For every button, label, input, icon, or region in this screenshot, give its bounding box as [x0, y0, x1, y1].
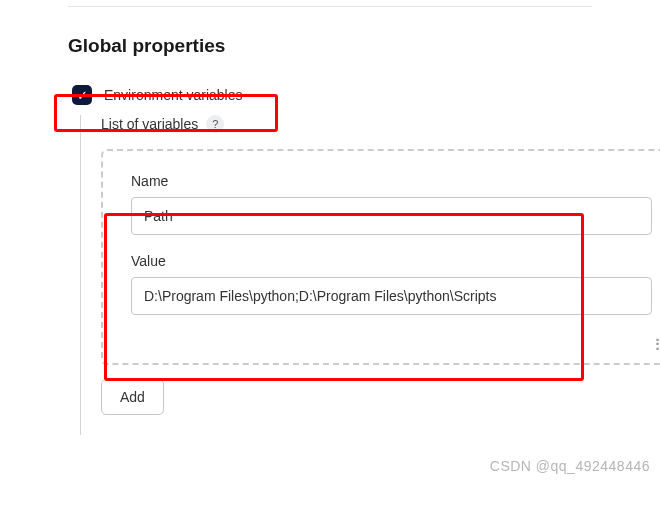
- variables-subsection: List of variables ? Name Value ⠿ Add: [80, 115, 660, 435]
- help-icon[interactable]: ?: [206, 115, 224, 133]
- section-title: Global properties: [68, 35, 660, 57]
- global-properties-section: Global properties ✓ Environment variable…: [0, 7, 660, 435]
- name-field-group: Name: [131, 173, 652, 235]
- check-icon: ✓: [77, 89, 88, 102]
- drag-handle-icon[interactable]: ⠿: [650, 335, 660, 355]
- list-of-variables-label: List of variables: [101, 116, 198, 132]
- variable-entry-panel: Name Value ⠿: [101, 149, 660, 365]
- name-label: Name: [131, 173, 652, 189]
- name-input[interactable]: [131, 197, 652, 235]
- env-vars-checkbox[interactable]: ✓: [72, 85, 92, 105]
- value-label: Value: [131, 253, 652, 269]
- env-vars-label: Environment variables: [104, 87, 243, 103]
- value-field-group: Value: [131, 253, 652, 315]
- add-button[interactable]: Add: [101, 379, 164, 415]
- value-input[interactable]: [131, 277, 652, 315]
- watermark-text: CSDN @qq_492448446: [490, 458, 650, 474]
- list-label-row: List of variables ?: [101, 115, 660, 133]
- env-vars-checkbox-row[interactable]: ✓ Environment variables: [68, 81, 251, 109]
